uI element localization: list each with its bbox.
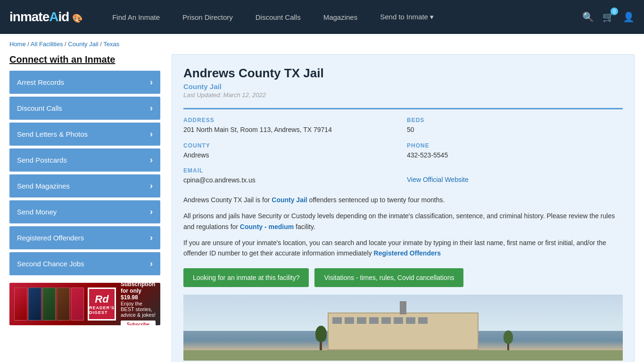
nav-prison-directory[interactable]: Prison Directory (171, 0, 244, 34)
beds-label: BEDS (407, 117, 623, 123)
sidebar-item-send-letters-photos[interactable]: Send Letters & Photos › (9, 123, 160, 146)
nav-send-to-inmate[interactable]: Send to Inmate ▾ (369, 0, 445, 34)
chevron-right-icon: › (150, 129, 153, 139)
beds-value: 50 (407, 125, 623, 135)
chevron-right-icon: › (150, 207, 153, 217)
sidebar-item-send-postcards[interactable]: Send Postcards › (9, 148, 160, 172)
description-1: Andrews County TX Jail is for County Jai… (183, 195, 623, 205)
visitations-button[interactable]: Visitations - times, rules, Covid cancel… (314, 268, 463, 287)
county-block: COUNTY Andrews (183, 142, 399, 160)
description-3: If you are unsure of your inmate's locat… (183, 238, 623, 259)
logo[interactable]: inmateAid 🎨 (9, 9, 82, 25)
cart-icon[interactable]: 🛒 0 (603, 11, 614, 23)
sidebar-item-send-magazines[interactable]: Send Magazines › (9, 174, 160, 197)
sidebar-item-send-money[interactable]: Send Money › (9, 200, 160, 223)
email-value: cpina@co.andrews.tx.us (183, 176, 399, 185)
beds-block: BEDS 50 (407, 117, 623, 135)
nav-actions: 🔍 🛒 0 👤 (582, 11, 635, 23)
sidebar: Connect with an Inmate Arrest Records › … (9, 54, 160, 362)
email-label: EMAIL (183, 167, 399, 174)
sidebar-item-registered-offenders[interactable]: Registered Offenders › (9, 226, 160, 249)
search-icon[interactable]: 🔍 (582, 11, 594, 23)
facility-title: Andrews County TX Jail (183, 66, 623, 81)
nav-discount-calls[interactable]: Discount Calls (244, 0, 312, 34)
website-link[interactable]: View Official Website (407, 176, 469, 183)
advertisement: Rd READER'SDIGEST 1 Year Subscription fo… (9, 283, 160, 325)
chevron-right-icon: › (150, 233, 153, 243)
website-block: WEBSITE View Official Website (407, 167, 623, 185)
description-2: All prisons and jails have Security or C… (183, 211, 623, 232)
user-icon[interactable]: 👤 (623, 11, 635, 23)
county-label: COUNTY (183, 142, 399, 149)
address-label: ADDRESS (183, 117, 399, 123)
nav-links: Find An Inmate Prison Directory Discount… (101, 0, 582, 34)
county-value: Andrews (183, 151, 399, 160)
find-inmate-button[interactable]: Looking for an inmate at this facility? (183, 268, 309, 287)
chevron-right-icon: › (150, 77, 153, 87)
phone-value: 432-523-5545 (407, 151, 623, 160)
sidebar-item-second-chance-jobs[interactable]: Second Chance Jobs › (9, 252, 160, 275)
address-block: ADDRESS 201 North Main St, Room 113, And… (183, 117, 399, 135)
readers-digest-logo: Rd READER'SDIGEST (88, 288, 116, 321)
content-panel: Andrews County TX Jail County Jail Last … (172, 54, 635, 362)
phone-block: PHONE 432-523-5545 (407, 142, 623, 160)
cart-badge: 0 (611, 8, 618, 15)
main-container: Connect with an Inmate Arrest Records › … (0, 54, 644, 362)
chevron-right-icon: › (150, 181, 153, 191)
breadcrumb-county-jail[interactable]: County Jail (68, 41, 98, 48)
facility-image (183, 295, 623, 361)
ad-text: 1 Year Subscription for only $19.98 Enjo… (121, 283, 156, 325)
navigation: inmateAid 🎨 Find An Inmate Prison Direct… (0, 0, 644, 34)
chevron-right-icon: › (150, 155, 153, 165)
email-block: EMAIL cpina@co.andrews.tx.us (183, 167, 399, 185)
breadcrumb-all-facilities[interactable]: All Facilities (31, 41, 63, 48)
county-medium-link[interactable]: County - medium (240, 223, 294, 230)
county-jail-link[interactable]: County Jail (272, 196, 307, 204)
ad-subscribe-button[interactable]: Subscribe Now (121, 321, 156, 325)
registered-offenders-link[interactable]: Registered Offenders (374, 249, 441, 257)
address-value: 201 North Main St, Room 113, Andrews, TX… (183, 125, 399, 135)
facility-type: County Jail (183, 82, 623, 90)
sidebar-item-discount-calls[interactable]: Discount Calls › (9, 97, 160, 120)
sidebar-title: Connect with an Inmate (9, 54, 160, 65)
magazine-covers (14, 288, 84, 321)
breadcrumb: Home / All Facilities / County Jail / Te… (0, 34, 644, 54)
sidebar-item-arrest-records[interactable]: Arrest Records › (9, 71, 160, 94)
nav-magazines[interactable]: Magazines (312, 0, 369, 34)
breadcrumb-texas[interactable]: Texas (103, 41, 119, 48)
chevron-right-icon: › (150, 103, 153, 113)
action-buttons: Looking for an inmate at this facility? … (183, 268, 623, 287)
nav-find-inmate[interactable]: Find An Inmate (101, 0, 171, 34)
facility-info-grid: ADDRESS 201 North Main St, Room 113, And… (183, 108, 623, 185)
facility-last-updated: Last Updated: March 12, 2022 (183, 91, 623, 99)
breadcrumb-home[interactable]: Home (9, 41, 26, 48)
chevron-right-icon: › (150, 259, 153, 269)
phone-label: PHONE (407, 142, 623, 149)
